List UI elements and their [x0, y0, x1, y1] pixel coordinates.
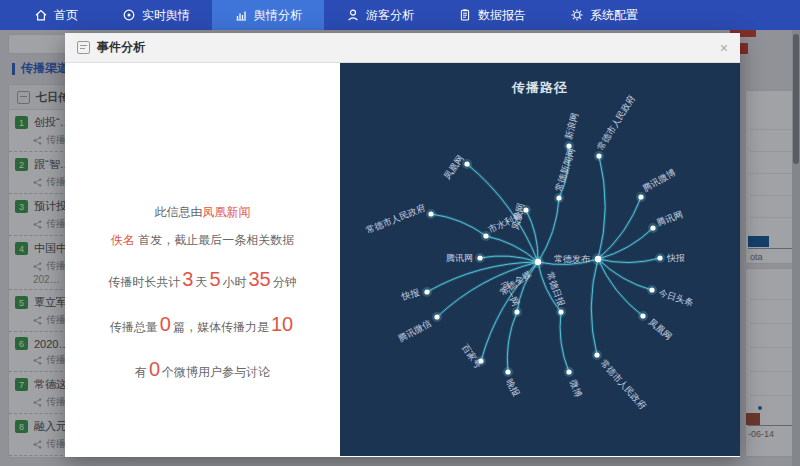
event-analysis-modal: 事件分析 × 此信息由凤凰新闻佚名 首发，截止最后一条相关数据传播时长共计3天5…	[65, 33, 740, 457]
node-dot	[596, 153, 601, 158]
node-dot	[514, 309, 519, 314]
node-label: 腾讯网	[655, 209, 684, 228]
node-dot	[649, 287, 654, 292]
graph-edge	[598, 259, 643, 316]
node-label: 常德市人民政府	[365, 203, 427, 236]
summary-highlight: 佚名	[111, 233, 135, 247]
graph-node-n22[interactable]: 常德市人民政府	[592, 350, 648, 411]
home-icon	[34, 8, 48, 22]
graph-node-n20[interactable]: 今日头条	[647, 285, 695, 308]
nav-item-5[interactable]: 数据报告	[436, 0, 548, 30]
node-dot	[483, 233, 488, 238]
nav-item-4[interactable]: 游客分析	[324, 0, 436, 30]
close-icon[interactable]: ×	[720, 41, 728, 55]
node-label: 凤凰网	[647, 317, 674, 342]
chart-icon	[234, 8, 248, 22]
graph-edge-glow	[538, 198, 559, 262]
node-label: 腾讯微信	[396, 318, 432, 344]
user-icon	[346, 8, 360, 22]
graph-edge	[431, 214, 486, 236]
node-dot	[428, 211, 433, 216]
summary-text: 传播时长共计	[108, 275, 180, 289]
node-dot	[464, 161, 469, 166]
node-dot	[650, 225, 655, 230]
summary-text: 有	[135, 365, 147, 379]
summary-text: 首发，截止最后一条相关数据	[135, 233, 294, 247]
modal-title-icon	[77, 41, 90, 54]
nav-item-2[interactable]: 实时舆情	[100, 0, 212, 30]
node-label: 快报	[666, 253, 685, 263]
node-label: 晚报	[504, 377, 521, 398]
node-dot	[594, 352, 599, 357]
graph-edge-glow	[598, 228, 653, 259]
summary-text: 天	[195, 275, 207, 289]
summary-text: 小时	[223, 275, 247, 289]
graph-edge	[598, 228, 653, 259]
nav-item-3[interactable]: 舆情分析	[212, 0, 324, 30]
nav-item-label: 舆情分析	[254, 7, 302, 24]
node-dot	[556, 195, 561, 200]
nav-item-label: 系统配置	[590, 7, 638, 24]
summary-text: 传播总量	[110, 320, 158, 334]
graph-node-n1[interactable]: 凤凰网	[442, 153, 472, 181]
propagation-graph: 常德全媒常德发布凤凰网凤凰网新浪网常德新闻网常德市人民政府市水利局常德市人民政府…	[340, 63, 740, 456]
summary-line: 有0个微博用户参与讨论	[79, 353, 326, 385]
node-dot	[640, 313, 645, 318]
graph-node-n4[interactable]: 常德新闻网	[553, 147, 576, 203]
node-dot	[535, 259, 541, 265]
graph-node-n21[interactable]: 凤凰网	[638, 311, 674, 342]
graph-node-n17[interactable]: 腾讯微博	[636, 167, 677, 202]
modal-title: 事件分析	[97, 39, 145, 56]
graph-edge-glow	[598, 259, 643, 316]
modal-body: 此信息由凤凰新闻佚名 首发，截止最后一条相关数据传播时长共计3天5小时35分钟传…	[65, 63, 740, 456]
node-label: 常德市人民政府	[599, 358, 649, 412]
summary-text: 此信息由	[155, 205, 203, 219]
graph-edge-glow	[431, 214, 486, 236]
modal-header: 事件分析 ×	[65, 33, 740, 63]
summary-highlight: 5	[207, 268, 222, 290]
top-navbar: 首页实时舆情舆情分析游客分析数据报告系统配置	[0, 0, 800, 30]
propagation-graph-panel: 传播路径 常德全媒常德发布凤凰网凤凰网新浪网常德新闻网常德市人民政府市水利局常德…	[340, 63, 740, 456]
graph-title: 传播路径	[340, 79, 740, 97]
node-label: 今日头条	[657, 287, 694, 308]
graph-node-n5[interactable]: 常德市人民政府	[594, 93, 637, 161]
node-dot	[558, 309, 563, 314]
summary-line: 传播总量0篇，媒体传播力是10	[79, 308, 326, 340]
graph-node-n19[interactable]: 快报	[655, 253, 685, 263]
graph-node-n18[interactable]: 腾讯网	[648, 209, 684, 233]
graph-node-n8[interactable]: 腾讯网	[446, 253, 485, 263]
summary-text: 分钟	[273, 275, 297, 289]
nav-item-6[interactable]: 系统配置	[548, 0, 660, 30]
nav-item-1[interactable]: 首页	[12, 0, 100, 30]
gear-icon	[570, 8, 584, 22]
graph-node-n3[interactable]: 新浪网	[563, 112, 580, 151]
node-label: 微博	[568, 378, 584, 398]
graph-edge	[538, 198, 559, 262]
graph-node-n14[interactable]: 晚报	[503, 367, 522, 398]
summary-line: 佚名 首发，截止最后一条相关数据	[79, 231, 326, 250]
graph-node-n7[interactable]: 常德市人民政府	[365, 203, 436, 236]
summary-highlight: 3	[180, 268, 195, 290]
node-dot	[424, 289, 429, 294]
summary-line: 传播时长共计3天5小时35分钟	[79, 263, 326, 295]
node-dot	[657, 255, 662, 260]
node-dot	[505, 369, 510, 374]
node-dot	[595, 256, 601, 262]
summary-highlight: 10	[269, 313, 295, 335]
graph-node-n16[interactable]: 微博	[564, 367, 584, 399]
node-label: 常德新闻网	[553, 147, 576, 193]
node-dot	[434, 314, 439, 319]
graph-edge	[486, 236, 538, 262]
summary-text: 个微博用户参与讨论	[162, 365, 270, 379]
summary-text: 篇，媒体传播力是	[173, 320, 269, 334]
node-label: 新浪网	[563, 112, 580, 141]
node-label: 常德发布	[554, 254, 591, 264]
node-label: 腾讯微博	[641, 167, 677, 194]
summary-highlight: 0	[147, 358, 162, 380]
graph-node-n11[interactable]: 腾讯微信	[396, 312, 442, 344]
summary-highlight: 35	[247, 268, 273, 290]
graph-node-hub2[interactable]: 常德发布	[554, 253, 604, 265]
graph-node-n10[interactable]: 快报	[400, 287, 432, 302]
summary-line: 此信息由凤凰新闻	[79, 203, 326, 222]
event-summary: 此信息由凤凰新闻佚名 首发，截止最后一条相关数据传播时长共计3天5小时35分钟传…	[65, 63, 340, 456]
